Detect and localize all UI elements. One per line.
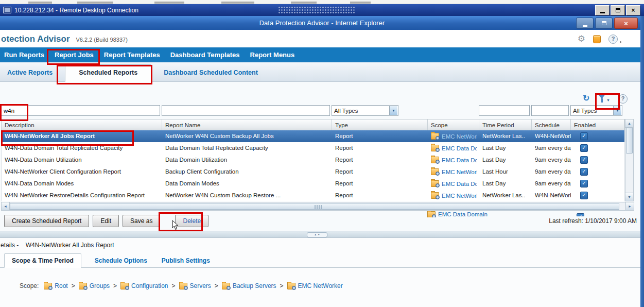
- panel-splitter[interactable]: [0, 231, 644, 238]
- scope-link[interactable]: EMC Data Domain: [438, 211, 488, 217]
- scope-link[interactable]: EMC NetWorker: [442, 133, 477, 140]
- host-screen-strip: [0, 0, 644, 4]
- filter-schedule-input[interactable]: [531, 105, 569, 116]
- rdp-title-bar[interactable]: 10.228.212.34 - Remote Desktop Connectio…: [0, 4, 644, 16]
- horizontal-scroll-thumb[interactable]: [10, 203, 619, 210]
- scope-link[interactable]: EMC NetWorker: [442, 193, 477, 199]
- table-row[interactable]: W4N-Data Domain UtilizationData Domain U…: [2, 154, 624, 166]
- enabled-checkbox[interactable]: [580, 180, 588, 187]
- app-title: otection Advisor: [1, 34, 70, 44]
- table-row[interactable]: W4N-NetWorker All Jobs ReportNetWorker W…: [2, 130, 624, 142]
- grid-help-icon[interactable]: ?: [618, 94, 628, 104]
- splitter-handle[interactable]: [307, 232, 327, 237]
- column-header-report-name[interactable]: Report Name: [162, 120, 332, 131]
- edit-button[interactable]: Edit: [93, 215, 119, 227]
- enabled-checkbox[interactable]: [580, 132, 588, 140]
- nav-item-report-templates[interactable]: Report Templates: [104, 51, 160, 59]
- text-fragment: [221, 2, 254, 4]
- rdp-close-button[interactable]: ×: [626, 5, 640, 15]
- subtab-bar: Active ReportsScheduled ReportsDashboard…: [0, 62, 644, 82]
- folder-icon: [222, 283, 230, 289]
- ie-close-button[interactable]: ×: [614, 18, 638, 29]
- tab-scope-time-period[interactable]: Scope & Time Period: [4, 253, 81, 268]
- ie-minimize-button[interactable]: [576, 18, 594, 29]
- breadcrumb-item-backup-servers[interactable]: Backup Servers: [222, 282, 276, 289]
- rdp-minimize-button[interactable]: [595, 5, 610, 15]
- table-row[interactable]: W4N-Data Domain ModesData Domain ModesRe…: [2, 178, 624, 190]
- tab-schedule-options[interactable]: Schedule Options: [94, 254, 148, 267]
- refresh-icon[interactable]: [583, 93, 589, 103]
- nav-item-report-menus[interactable]: Report Menus: [250, 51, 295, 59]
- enabled-checkbox[interactable]: [577, 213, 584, 216]
- details-tabs: Scope & Time PeriodSchedule OptionsPubli…: [0, 253, 644, 268]
- scope-link[interactable]: EMC Data Domain: [442, 181, 477, 187]
- breadcrumb-item-emc-networker[interactable]: EMC NetWorker: [287, 282, 343, 289]
- nav-item-dashboard-templates[interactable]: Dashboard Templates: [170, 51, 240, 59]
- filter-enabled-select[interactable]: All Types▼: [570, 105, 622, 116]
- subtab-scheduled-reports[interactable]: Scheduled Reports: [65, 64, 151, 82]
- scope-link[interactable]: EMC Data Domain: [442, 157, 477, 163]
- column-header-time-period[interactable]: Time Period: [479, 120, 532, 131]
- app-version: V6.2.2 (Build 98337): [76, 37, 128, 43]
- enabled-checkbox[interactable]: [580, 144, 588, 152]
- column-header-scope[interactable]: Scope: [428, 120, 479, 131]
- details-title-prefix: etails -: [1, 242, 19, 249]
- enabled-checkbox[interactable]: [580, 156, 588, 164]
- grid-header: DescriptionReport NameTypeScopeTime Peri…: [1, 119, 625, 131]
- tab-publish-settings[interactable]: Publish Settings: [161, 254, 211, 267]
- subtab-active-reports[interactable]: Active Reports: [4, 65, 56, 81]
- column-header-type[interactable]: Type: [332, 120, 428, 131]
- enabled-checkbox[interactable]: [580, 192, 588, 199]
- create-scheduled-report-button[interactable]: Create Scheduled Report: [4, 215, 89, 227]
- restore-icon: [616, 8, 620, 12]
- chevron-down-icon[interactable]: ▼: [389, 106, 397, 115]
- scroll-right-button[interactable]: [625, 202, 634, 210]
- nav-item-report-jobs[interactable]: Report Jobs: [55, 51, 94, 59]
- scope-link[interactable]: EMC NetWorker: [442, 169, 477, 175]
- table-row[interactable]: W4N-NetWorker RestoreDetails Configurati…: [2, 190, 624, 201]
- help-icon[interactable]: ?: [608, 35, 618, 44]
- horizontal-scrollbar[interactable]: [1, 202, 634, 211]
- chevron-down-icon[interactable]: ▼: [613, 106, 621, 115]
- filter-report-name-input[interactable]: [162, 105, 330, 116]
- breadcrumb-item-groups[interactable]: Groups: [79, 282, 110, 289]
- folder-icon: [44, 283, 52, 289]
- breadcrumb-item-root[interactable]: Root: [44, 282, 67, 289]
- table-row[interactable]: W4N-NetWorker Client Configuration Repor…: [2, 166, 624, 178]
- scroll-left-button[interactable]: [2, 202, 10, 210]
- table-row[interactable]: W4N-Data Domain Total Replicated Capacit…: [2, 142, 624, 154]
- help-menu-dot: [620, 41, 621, 43]
- main-nav: Run ReportsReport JobsReport TemplatesDa…: [0, 47, 644, 62]
- report-table-body: W4N-NetWorker All Jobs ReportNetWorker W…: [1, 130, 625, 201]
- scope-link[interactable]: EMC Data Domain: [442, 145, 477, 151]
- filter-type-select[interactable]: All Types▼: [332, 105, 398, 116]
- save-as-button[interactable]: Save as: [123, 215, 160, 227]
- alerts-icon[interactable]: [593, 35, 601, 43]
- vertical-scroll-thumb[interactable]: [626, 128, 633, 154]
- gear-icon[interactable]: [578, 33, 585, 44]
- scroll-down-button[interactable]: [625, 193, 633, 201]
- column-header-schedule[interactable]: Schedule: [532, 120, 571, 131]
- breadcrumb-item-servers[interactable]: Servers: [179, 282, 211, 289]
- rdp-restore-button[interactable]: [611, 5, 625, 15]
- vertical-scrollbar[interactable]: [625, 119, 634, 201]
- filter-time-period-input[interactable]: [479, 105, 530, 116]
- ie-restore-button[interactable]: [595, 18, 613, 29]
- column-header-enabled[interactable]: Enabled: [571, 120, 624, 131]
- filter-icon[interactable]: ▼: [598, 94, 614, 104]
- nav-item-run-reports[interactable]: Run Reports: [4, 51, 44, 59]
- delete-button[interactable]: Delete: [175, 215, 208, 227]
- subtab-dashboard-scheduled-content[interactable]: Dashboard Scheduled Content: [161, 65, 261, 81]
- scroll-up-button[interactable]: [625, 120, 633, 128]
- folder-icon: [431, 180, 439, 187]
- column-header-description[interactable]: Description: [2, 120, 162, 131]
- details-report-name: W4N-NetWorker All Jobs Report: [26, 242, 114, 249]
- partial-row: EMC Data Domain: [427, 211, 488, 217]
- breadcrumb-item-configuration[interactable]: Configuration: [120, 282, 168, 289]
- enabled-checkbox[interactable]: [580, 168, 588, 176]
- text-fragment: [350, 2, 371, 4]
- folder-icon: [179, 283, 187, 289]
- ie-title-bar[interactable]: Data Protection Advisor - Internet Explo…: [0, 16, 644, 30]
- scope-label: Scope:: [20, 282, 39, 289]
- filter-description-input[interactable]: [1, 105, 160, 116]
